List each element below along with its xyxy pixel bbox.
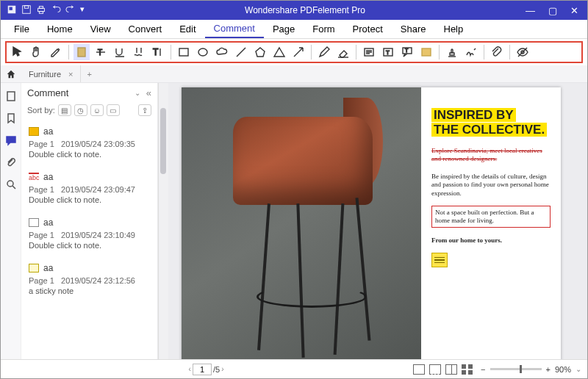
vertical-scrollbar[interactable] xyxy=(158,83,168,359)
tool-select-icon[interactable] xyxy=(10,44,26,60)
search-icon[interactable] xyxy=(5,178,17,190)
tool-arrow-icon[interactable] xyxy=(290,44,306,60)
home-tab-icon[interactable] xyxy=(1,69,21,79)
tool-hide-annotations-icon[interactable] xyxy=(514,44,531,60)
comment-ribbon: TTTT xyxy=(5,41,583,63)
svg-text:T: T xyxy=(98,48,102,57)
save-icon[interactable] xyxy=(21,4,32,17)
menu-protect[interactable]: Protect xyxy=(344,21,392,37)
tool-triangle-icon[interactable] xyxy=(271,44,287,60)
tool-polygon-icon[interactable] xyxy=(252,44,268,60)
sort-page-icon[interactable]: ▤ xyxy=(58,104,71,116)
panel-collapse-icon[interactable]: « xyxy=(146,87,151,98)
headline: INSPIRED BY THE COLLECTIVE. xyxy=(431,108,551,137)
page-navigator: ‹ /5 › xyxy=(7,364,406,375)
svg-rect-17 xyxy=(422,48,431,56)
new-tab-button[interactable]: + xyxy=(81,70,97,79)
single-page-icon[interactable] xyxy=(413,364,425,375)
next-page-icon[interactable]: › xyxy=(221,365,223,373)
scrollbar-thumb[interactable] xyxy=(160,108,166,174)
comment-item[interactable]: aaPage 1 2019/05/24 23:10:49Double click… xyxy=(21,212,157,257)
zoom-out-icon[interactable]: − xyxy=(481,365,485,374)
comment-item[interactable]: aaPage 1 2019/05/24 23:12:56a sticky not… xyxy=(21,257,157,303)
sort-author-icon[interactable]: ☺ xyxy=(90,104,104,116)
comment-time: 2019/05/24 23:10:49 xyxy=(61,231,135,239)
tool-area-highlight-icon[interactable] xyxy=(418,44,434,60)
tool-textbox-icon[interactable]: T xyxy=(380,44,396,60)
tool-pencil-icon[interactable] xyxy=(316,44,332,60)
tool-callout-icon[interactable]: T xyxy=(399,44,415,60)
menu-help[interactable]: Help xyxy=(435,21,473,37)
tool-underline-icon[interactable] xyxy=(112,44,128,60)
menu-page[interactable]: Page xyxy=(264,21,304,37)
strikeout-annotation[interactable]: Explore Scandinavia, meet local creative… xyxy=(431,147,551,164)
prev-page-icon[interactable]: ‹ xyxy=(189,365,191,373)
stickynote-annotation[interactable] xyxy=(431,253,448,267)
menu-home[interactable]: Home xyxy=(38,21,82,37)
window-title: Wondershare PDFelement Pro xyxy=(85,5,526,15)
tool-edit-icon[interactable] xyxy=(48,44,64,60)
page-canvas[interactable]: INSPIRED BY THE COLLECTIVE. Explore Scan… xyxy=(158,83,587,359)
tool-signature-icon[interactable] xyxy=(463,44,479,60)
tool-cloud-icon[interactable] xyxy=(214,44,230,60)
maximize-button[interactable]: ▢ xyxy=(548,5,557,16)
comments-icon[interactable] xyxy=(5,134,17,146)
tool-hand-icon[interactable] xyxy=(29,44,45,60)
tool-attachment-icon[interactable] xyxy=(489,44,505,60)
sort-type-icon[interactable]: ▭ xyxy=(107,104,120,116)
tool-caret-icon[interactable]: T xyxy=(150,44,166,60)
zoom-controls: − + 90% ⌄ xyxy=(481,365,581,374)
minimize-button[interactable]: — xyxy=(526,5,535,16)
tool-oval-icon[interactable] xyxy=(195,44,211,60)
page-number-input[interactable] xyxy=(193,364,212,375)
tool-squiggly-icon[interactable] xyxy=(131,44,147,60)
title-bar: ▾ Wondershare PDFelement Pro — ▢ ✕ xyxy=(1,1,587,20)
tool-rectangle-icon[interactable] xyxy=(176,44,192,60)
menu-view[interactable]: View xyxy=(82,21,120,37)
tab-close-icon[interactable]: × xyxy=(68,70,73,79)
svg-text:T: T xyxy=(153,47,159,57)
menu-form[interactable]: Form xyxy=(304,21,343,37)
bookmarks-icon[interactable] xyxy=(5,112,17,124)
comment-item[interactable]: abcaaPage 1 2019/05/24 23:09:47Double cl… xyxy=(21,166,157,212)
highlight-annotation[interactable]: INSPIRED BY xyxy=(431,108,516,122)
comment-page: Page 1 xyxy=(29,231,54,239)
rectangle-annotation[interactable]: Not a space built on perfection. But a h… xyxy=(431,206,551,228)
menu-edit[interactable]: Edit xyxy=(171,21,204,37)
tool-strikeout-icon[interactable]: T xyxy=(93,44,109,60)
export-comments-icon[interactable]: ⇪ xyxy=(138,104,151,116)
comment-item[interactable]: aaPage 1 2019/05/24 23:09:35Double click… xyxy=(21,120,157,166)
tool-highlight-icon[interactable] xyxy=(74,44,90,60)
zoom-in-icon[interactable]: + xyxy=(546,365,551,374)
redo-icon[interactable] xyxy=(65,4,76,17)
menu-share[interactable]: Share xyxy=(392,21,435,37)
continuous-icon[interactable] xyxy=(429,364,441,375)
page-image xyxy=(182,87,421,359)
sort-row: Sort by: ▤ ◷ ☺ ▭ ⇪ xyxy=(21,103,157,120)
tool-line-icon[interactable] xyxy=(233,44,249,60)
zoom-slider[interactable] xyxy=(490,368,542,370)
app-logo-icon xyxy=(7,4,17,17)
panel-menu-icon[interactable]: ⌄ xyxy=(135,89,140,97)
close-button[interactable]: ✕ xyxy=(570,5,578,16)
highlight-annotation[interactable]: THE COLLECTIVE. xyxy=(431,123,547,137)
page-total: /5 xyxy=(213,365,220,374)
thumbnail-grid-icon[interactable] xyxy=(462,364,473,375)
attachments-icon[interactable] xyxy=(5,156,17,168)
tool-note-icon[interactable] xyxy=(361,44,377,60)
zoom-menu-icon[interactable]: ⌄ xyxy=(576,365,581,373)
document-tab[interactable]: Furniture × xyxy=(21,65,81,82)
sort-time-icon[interactable]: ◷ xyxy=(74,104,87,116)
thumbnails-icon[interactable] xyxy=(5,90,17,102)
two-page-icon[interactable] xyxy=(445,364,457,375)
tool-eraser-icon[interactable] xyxy=(335,44,351,60)
pdf-page: INSPIRED BY THE COLLECTIVE. Explore Scan… xyxy=(182,87,561,359)
tool-stamp-icon[interactable] xyxy=(444,44,460,60)
menu-convert[interactable]: Convert xyxy=(120,21,171,37)
body-text: Be inspired by the details of culture, d… xyxy=(431,173,551,198)
svg-rect-6 xyxy=(39,11,43,13)
print-icon[interactable] xyxy=(36,4,46,17)
menu-comment[interactable]: Comment xyxy=(205,20,264,38)
undo-icon[interactable] xyxy=(51,4,61,17)
menu-file[interactable]: File xyxy=(5,21,38,37)
